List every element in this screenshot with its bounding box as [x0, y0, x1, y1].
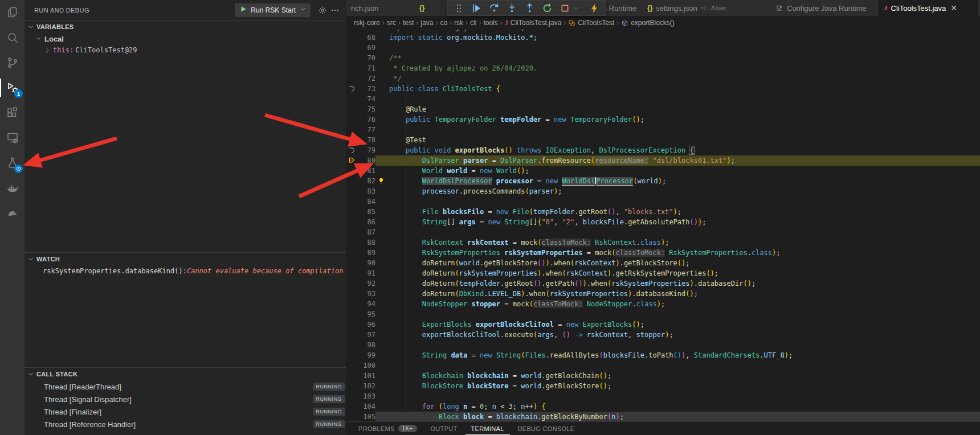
- breakpoint-gutter[interactable]: [346, 227, 358, 237]
- activity-explorer-icon[interactable]: [0, 0, 24, 25]
- breadcrumb-item-cli[interactable]: cli: [470, 19, 476, 27]
- code-line-96: 96 ExportBlocks exportBlocksCliTool = ne…: [346, 319, 980, 330]
- ellipsis-icon[interactable]: [329, 4, 341, 17]
- breakpoint-gutter[interactable]: [346, 114, 358, 125]
- breakpoint-gutter[interactable]: [346, 217, 358, 227]
- breakpoint-gutter[interactable]: [346, 53, 358, 63]
- panel-tab-terminal[interactable]: TERMINAL: [466, 422, 510, 435]
- restart-icon[interactable]: [542, 3, 553, 14]
- editor-tab-nch-json[interactable]: nch.json: [346, 0, 414, 16]
- breadcrumb-item-src[interactable]: src: [387, 19, 396, 27]
- code-editor[interactable]: 67import static org.junit.Assert.*;68imp…: [346, 30, 980, 421]
- code-line-89: 89 RskSystemProperties rskSystemProperti…: [346, 248, 980, 258]
- watch-section-header[interactable]: WATCH: [24, 253, 346, 265]
- breakpoint-gutter[interactable]: [346, 63, 358, 73]
- breadcrumb-item-java[interactable]: java: [420, 19, 433, 27]
- breakpoint-gutter[interactable]: [346, 125, 358, 135]
- chevron-down-icon[interactable]: [573, 5, 579, 11]
- activity-remote-explorer-icon[interactable]: [0, 125, 24, 150]
- breadcrumb-item-co[interactable]: co: [440, 19, 447, 27]
- thread-row[interactable]: Thread [Reference Handler]RUNNING: [24, 418, 346, 430]
- breakpoint-gutter[interactable]: [346, 207, 358, 217]
- breakpoint-gutter[interactable]: [346, 350, 358, 360]
- watch-expression-row[interactable]: rskSystemProperties.databaseKind(): Cann…: [24, 265, 346, 277]
- step-over-icon[interactable]: [489, 3, 500, 14]
- glyph-margin: [375, 207, 387, 217]
- breakpoint-gutter[interactable]: [346, 391, 358, 401]
- activity-docker-icon[interactable]: [0, 175, 24, 200]
- step-into-icon[interactable]: [507, 3, 517, 14]
- breakpoint-gutter[interactable]: [346, 289, 358, 299]
- fold-indicator-icon[interactable]: [346, 145, 358, 155]
- activity-search-icon[interactable]: [0, 25, 24, 50]
- thread-row[interactable]: Thread [ReaderThread]RUNNING: [24, 380, 346, 393]
- activity-gradle-icon[interactable]: [0, 200, 24, 225]
- breakpoint-gutter[interactable]: [346, 381, 358, 391]
- breakpoint-gutter[interactable]: [346, 330, 358, 340]
- close-icon[interactable]: ✕: [950, 3, 957, 13]
- breadcrumb-item-exportblocks-[interactable]: exportBlocks(): [621, 19, 675, 27]
- activity-extensions-icon[interactable]: [0, 100, 24, 125]
- panel-tab-output[interactable]: OUTPUT: [425, 422, 463, 435]
- scope-local-row[interactable]: Local: [24, 33, 346, 44]
- breakpoint-gutter[interactable]: [346, 176, 358, 186]
- current-frame-icon[interactable]: [346, 155, 358, 166]
- editor-tab-settings-json[interactable]: {}settings.json~/.../User: [642, 0, 770, 16]
- call-stack-section-header[interactable]: CALL STACK: [24, 368, 346, 380]
- breakpoint-gutter[interactable]: [346, 166, 358, 176]
- continue-icon[interactable]: [471, 3, 482, 14]
- breakpoint-gutter[interactable]: [346, 135, 358, 145]
- java-file-icon: J: [505, 19, 508, 27]
- breakpoint-gutter[interactable]: [346, 371, 358, 381]
- fold-indicator-icon[interactable]: [346, 84, 358, 94]
- breakpoint-gutter[interactable]: [346, 43, 358, 53]
- panel-tab-problems[interactable]: PROBLEMS1K+: [353, 422, 423, 435]
- method-icon: [621, 19, 628, 27]
- run-config-button[interactable]: Run RSK Start: [235, 3, 311, 17]
- breakpoint-gutter[interactable]: [346, 319, 358, 330]
- breakpoint-gutter[interactable]: [346, 32, 358, 43]
- breakpoint-gutter[interactable]: [346, 73, 358, 84]
- json-icon: {}: [419, 4, 424, 12]
- breakpoint-gutter[interactable]: [346, 258, 358, 268]
- breakpoint-gutter[interactable]: [346, 340, 358, 350]
- breakpoint-gutter[interactable]: [346, 299, 358, 309]
- step-out-icon[interactable]: [524, 3, 535, 14]
- breakpoint-gutter[interactable]: [346, 196, 358, 207]
- breakpoint-gutter[interactable]: [346, 401, 358, 412]
- breakpoint-gutter[interactable]: [346, 104, 358, 114]
- breakpoint-gutter[interactable]: [346, 309, 358, 319]
- thread-row[interactable]: Thread [Signal Dispatcher]RUNNING: [24, 393, 346, 405]
- editor-tab-configure-java-runtime[interactable]: Configure Java Runtime: [770, 0, 879, 16]
- chevron-down-icon[interactable]: [299, 5, 307, 15]
- breakpoint-gutter[interactable]: [346, 94, 358, 104]
- breakpoint-gutter[interactable]: [346, 268, 358, 278]
- breadcrumb-item-test[interactable]: test: [403, 19, 414, 27]
- variables-section-header[interactable]: VARIABLES: [24, 20, 346, 33]
- hot-code-replace-icon[interactable]: [589, 3, 600, 14]
- breakpoint-gutter[interactable]: [346, 186, 358, 196]
- activity-source-control-icon[interactable]: [0, 50, 24, 75]
- gear-icon[interactable]: [316, 4, 329, 17]
- thread-row[interactable]: Thread [Finalizer]RUNNING: [24, 405, 346, 418]
- editor-tab-clitoolstest-java[interactable]: JCliToolsTest.java✕: [879, 0, 978, 16]
- breadcrumb-item-rsk[interactable]: rsk: [454, 19, 463, 27]
- editor-tab[interactable]: {}: [414, 0, 442, 16]
- variable-this-row[interactable]: this: CliToolsTest@29: [24, 44, 346, 56]
- breadcrumb-item-rskj-core[interactable]: rskj-core: [354, 19, 380, 27]
- breadcrumb-item-tools[interactable]: tools: [483, 19, 497, 27]
- line-number: 83: [358, 186, 375, 196]
- activity-testing-icon[interactable]: [0, 150, 24, 175]
- panel-tab-debug-console[interactable]: DEBUG CONSOLE: [512, 422, 581, 435]
- breakpoint-gutter[interactable]: [346, 412, 358, 421]
- code-text: [387, 391, 980, 401]
- breadcrumb-item-clitoolstest-java[interactable]: JCliToolsTest.java: [505, 19, 561, 27]
- breadcrumb-item-clitoolstest[interactable]: CliToolsTest: [568, 19, 614, 27]
- breakpoint-gutter[interactable]: [346, 237, 358, 248]
- breakpoint-gutter[interactable]: [346, 360, 358, 371]
- activity-run-debug-icon[interactable]: 1: [0, 75, 24, 100]
- breakpoint-gutter[interactable]: [346, 248, 358, 258]
- glyph-margin: [375, 330, 387, 340]
- breakpoint-gutter[interactable]: [346, 278, 358, 289]
- stop-icon[interactable]: [560, 3, 570, 14]
